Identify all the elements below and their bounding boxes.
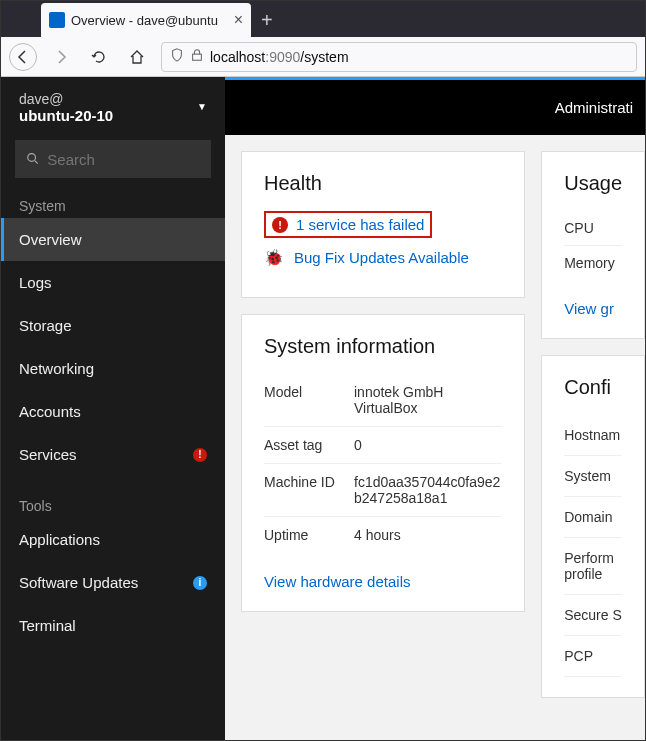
host-name: ubuntu-20-10 <box>19 107 113 124</box>
alert-badge-icon: ! <box>193 448 207 462</box>
forward-button[interactable] <box>47 43 75 71</box>
sidebar-item-overview[interactable]: Overview <box>1 218 225 261</box>
search-input[interactable] <box>47 151 199 168</box>
bug-icon: 🐞 <box>264 248 284 267</box>
sidebar-item-storage[interactable]: Storage <box>1 304 225 347</box>
svg-rect-0 <box>193 54 202 60</box>
hardware-details-link[interactable]: View hardware details <box>264 573 410 590</box>
close-icon[interactable]: × <box>234 11 243 29</box>
tab-title: Overview - dave@ubuntu <box>71 13 228 28</box>
topbar: Administrati <box>225 77 645 135</box>
admin-access-label[interactable]: Administrati <box>555 99 633 116</box>
table-row: Modelinnotek GmbH VirtualBox <box>264 374 502 427</box>
host-user: dave@ <box>19 91 113 107</box>
health-title: Health <box>264 172 502 195</box>
main-content: Administrati Health ! 1 service has fail… <box>225 77 645 741</box>
sidebar-item-networking[interactable]: Networking <box>1 347 225 390</box>
config-domain[interactable]: Domain <box>564 497 622 538</box>
back-button[interactable] <box>9 43 37 71</box>
view-graphs-link[interactable]: View gr <box>564 300 614 317</box>
arrow-left-icon <box>15 49 31 65</box>
config-system[interactable]: System <box>564 456 622 497</box>
search-icon <box>27 152 39 166</box>
reload-icon <box>91 49 107 65</box>
sidebar-item-logs[interactable]: Logs <box>1 261 225 304</box>
sysinfo-table: Modelinnotek GmbH VirtualBox Asset tag0 … <box>264 374 502 553</box>
config-hostname[interactable]: Hostnam <box>564 415 622 456</box>
sidebar-item-software-updates[interactable]: Software Updates i <box>1 561 225 604</box>
updates-available-link[interactable]: 🐞 Bug Fix Updates Available <box>264 248 502 267</box>
browser-toolbar: localhost:9090/system <box>1 37 645 77</box>
home-button[interactable] <box>123 43 151 71</box>
reload-button[interactable] <box>85 43 113 71</box>
config-perf-profile[interactable]: Perform profile <box>564 538 622 595</box>
config-card: Confi Hostnam System Domain Perform prof… <box>541 355 645 698</box>
host-selector[interactable]: dave@ ubuntu-20-10 ▼ <box>1 77 225 134</box>
new-tab-button[interactable]: + <box>251 3 283 37</box>
chevron-down-icon: ▼ <box>197 101 207 112</box>
url-text: localhost:9090/system <box>210 49 349 65</box>
section-system: System <box>1 190 225 218</box>
info-badge-icon: i <box>193 576 207 590</box>
usage-memory: Memory <box>564 246 622 280</box>
table-row: Machine IDfc1d0aa357044c0fa9e2b247258a18… <box>264 464 502 517</box>
table-row: Asset tag0 <box>264 427 502 464</box>
arrow-right-icon <box>53 49 69 65</box>
config-title: Confi <box>564 376 622 399</box>
alert-icon: ! <box>272 217 288 233</box>
home-icon <box>129 49 145 65</box>
table-row: Uptime4 hours <box>264 517 502 554</box>
section-tools: Tools <box>1 490 225 518</box>
sysinfo-title: System information <box>264 335 502 358</box>
config-pcp[interactable]: PCP <box>564 636 622 677</box>
sidebar-item-services[interactable]: Services ! <box>1 433 225 476</box>
svg-point-1 <box>28 154 36 162</box>
config-secure[interactable]: Secure S <box>564 595 622 636</box>
sidebar: dave@ ubuntu-20-10 ▼ System Overview Log… <box>1 77 225 741</box>
lock-icon <box>190 48 204 65</box>
sysinfo-card: System information Modelinnotek GmbH Vir… <box>241 314 525 612</box>
browser-tab[interactable]: Overview - dave@ubuntu × <box>41 3 251 37</box>
sidebar-item-applications[interactable]: Applications <box>1 518 225 561</box>
url-bar[interactable]: localhost:9090/system <box>161 42 637 72</box>
sidebar-item-accounts[interactable]: Accounts <box>1 390 225 433</box>
browser-tab-strip: Overview - dave@ubuntu × + <box>1 1 645 37</box>
usage-title: Usage <box>564 172 622 195</box>
favicon-icon <box>49 12 65 28</box>
shield-icon <box>170 48 184 65</box>
usage-cpu: CPU <box>564 211 622 246</box>
health-card: Health ! 1 service has failed 🐞 Bug Fix … <box>241 151 525 298</box>
search-box[interactable] <box>15 140 211 178</box>
sidebar-item-terminal[interactable]: Terminal <box>1 604 225 647</box>
service-failed-link[interactable]: ! 1 service has failed <box>264 211 432 238</box>
usage-card: Usage CPU Memory View gr <box>541 151 645 339</box>
